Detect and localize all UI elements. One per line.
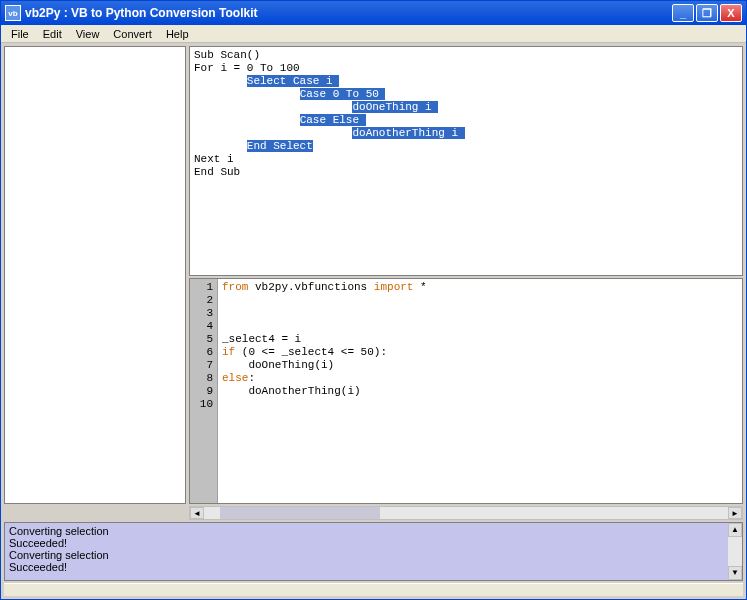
code-panes: Sub Scan() For i = 0 To 100 Select Case … xyxy=(189,46,743,504)
log-line: Converting selection xyxy=(9,549,738,561)
python-code-area[interactable]: from vb2py.vbfunctions import * _select4… xyxy=(218,279,742,503)
vb-line-indent xyxy=(194,140,247,152)
vb-selection: doAnotherThing i xyxy=(352,127,458,139)
scroll-right-icon[interactable]: ► xyxy=(728,507,742,519)
vb-line: End Sub xyxy=(194,166,240,178)
py-keyword: else xyxy=(222,372,248,384)
titlebar[interactable]: vb vb2Py : VB to Python Conversion Toolk… xyxy=(1,1,746,25)
py-keyword: import xyxy=(374,281,414,293)
scroll-left-icon[interactable]: ◄ xyxy=(190,507,204,519)
py-line: _select4 = i xyxy=(222,333,301,345)
scroll-down-icon[interactable]: ▼ xyxy=(728,566,742,580)
log-line: Succeeded! xyxy=(9,537,738,549)
menu-view[interactable]: View xyxy=(70,27,106,41)
vb-line-indent xyxy=(194,114,300,126)
menu-convert[interactable]: Convert xyxy=(107,27,158,41)
minimize-button[interactable]: _ xyxy=(672,4,694,22)
vb-line-indent xyxy=(194,88,300,100)
app-icon: vb xyxy=(5,5,21,21)
vb-source-editor[interactable]: Sub Scan() For i = 0 To 100 Select Case … xyxy=(189,46,743,276)
log-line: Converting selection xyxy=(9,525,738,537)
py-line: doAnotherThing(i) xyxy=(222,385,361,397)
scroll-up-icon[interactable]: ▲ xyxy=(728,523,742,537)
menu-help[interactable]: Help xyxy=(160,27,195,41)
close-button[interactable]: X xyxy=(720,4,742,22)
menu-edit[interactable]: Edit xyxy=(37,27,68,41)
py-line: doOneThing(i) xyxy=(222,359,334,371)
py-keyword: if xyxy=(222,346,235,358)
py-keyword: from xyxy=(222,281,248,293)
window-buttons: _ ❐ X xyxy=(672,4,742,22)
menu-file[interactable]: File xyxy=(5,27,35,41)
client-area: Sub Scan() For i = 0 To 100 Select Case … xyxy=(1,43,746,599)
vb-selection: doOneThing i xyxy=(352,101,431,113)
app-window: vb vb2Py : VB to Python Conversion Toolk… xyxy=(0,0,747,600)
status-bar xyxy=(4,583,743,596)
log-line: Succeeded! xyxy=(9,561,738,573)
python-output-editor[interactable]: 1 2 3 4 5 6 7 8 9 10 from vb2py.vbfuncti… xyxy=(189,278,743,504)
vb-line-indent xyxy=(194,101,352,113)
window-title: vb2Py : VB to Python Conversion Toolkit xyxy=(25,6,672,20)
vb-selection: Case 0 To 50 xyxy=(300,88,379,100)
line-number-gutter: 1 2 3 4 5 6 7 8 9 10 xyxy=(190,279,218,503)
vb-selection: Select Case i xyxy=(247,75,333,87)
horizontal-scrollbar[interactable]: ◄ ► xyxy=(189,506,743,520)
maximize-button[interactable]: ❐ xyxy=(696,4,718,22)
vb-line: Sub Scan() xyxy=(194,49,260,61)
log-vertical-scrollbar[interactable]: ▲ ▼ xyxy=(728,523,742,580)
vb-selection: Case Else xyxy=(300,114,359,126)
vb-line: Next i xyxy=(194,153,234,165)
horizontal-scroll-area: ◄ ► xyxy=(4,506,743,520)
tree-pane[interactable] xyxy=(4,46,186,504)
vb-line-indent xyxy=(194,127,352,139)
vb-line-indent xyxy=(194,75,247,87)
scroll-thumb[interactable] xyxy=(220,507,380,519)
vb-line: For i = 0 To 100 xyxy=(194,62,300,74)
upper-panes: Sub Scan() For i = 0 To 100 Select Case … xyxy=(4,46,743,504)
menubar: File Edit View Convert Help xyxy=(1,25,746,43)
log-pane[interactable]: Converting selection Succeeded! Converti… xyxy=(4,522,743,581)
vb-selection: End Select xyxy=(247,140,313,152)
